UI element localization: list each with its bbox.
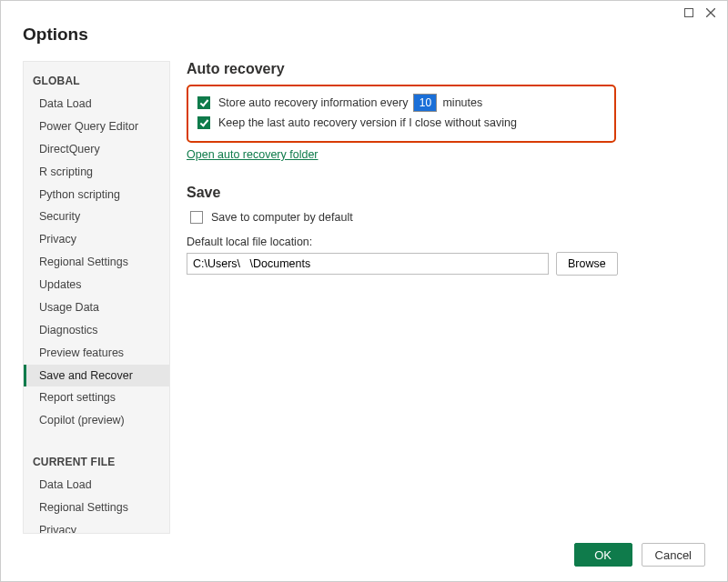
svg-rect-0 bbox=[685, 9, 693, 17]
label-keep-last: Keep the last auto recovery version if I… bbox=[218, 116, 517, 129]
browse-button[interactable]: Browse bbox=[556, 252, 618, 276]
dialog-body: GLOBAL Data LoadPower Query EditorDirect… bbox=[1, 52, 727, 534]
sidebar-item-data-load[interactable]: Data Load bbox=[24, 474, 169, 497]
sidebar-item-security[interactable]: Security bbox=[24, 206, 169, 228]
section-title-auto-recovery: Auto recovery bbox=[187, 61, 705, 77]
titlebar bbox=[1, 1, 727, 25]
sidebar-item-regional-settings[interactable]: Regional Settings bbox=[24, 497, 169, 519]
sidebar-item-save-and-recover[interactable]: Save and Recover bbox=[24, 365, 169, 387]
sidebar-item-report-settings[interactable]: Report settings bbox=[24, 386, 169, 409]
sidebar-group-currentfile: CURRENT FILE bbox=[24, 450, 169, 474]
row-keep-last: Keep the last auto recovery version if I… bbox=[194, 114, 605, 132]
sidebar: GLOBAL Data LoadPower Query EditorDirect… bbox=[23, 61, 170, 534]
auto-recovery-highlight: Store auto recovery information every mi… bbox=[187, 85, 616, 143]
checkbox-store-auto-recovery[interactable] bbox=[197, 96, 210, 109]
link-open-recovery-folder[interactable]: Open auto recovery folder bbox=[187, 148, 318, 161]
sidebar-item-regional-settings[interactable]: Regional Settings bbox=[24, 251, 169, 274]
label-store-prefix: Store auto recovery information every bbox=[218, 96, 408, 109]
checkbox-save-local-default[interactable] bbox=[190, 211, 203, 224]
sidebar-item-r-scripting[interactable]: R scripting bbox=[24, 161, 169, 184]
sidebar-item-copilot-preview-[interactable]: Copilot (preview) bbox=[24, 409, 169, 432]
cancel-button[interactable]: Cancel bbox=[642, 543, 705, 567]
sidebar-item-updates[interactable]: Updates bbox=[24, 274, 169, 296]
sidebar-item-python-scripting[interactable]: Python scripting bbox=[24, 184, 169, 206]
row-store-info: Store auto recovery information every mi… bbox=[194, 94, 605, 112]
label-default-location: Default local file location: bbox=[187, 236, 705, 248]
sidebar-item-privacy[interactable]: Privacy bbox=[24, 228, 169, 251]
close-icon[interactable] bbox=[700, 2, 722, 24]
row-default-location: Browse bbox=[187, 252, 705, 276]
dialog-title: Options bbox=[23, 25, 705, 45]
sidebar-item-usage-data[interactable]: Usage Data bbox=[24, 296, 169, 319]
dialog-header: Options bbox=[1, 25, 727, 52]
section-title-save: Save bbox=[187, 185, 705, 201]
label-save-local: Save to computer by default bbox=[211, 211, 353, 224]
sidebar-item-preview-features[interactable]: Preview features bbox=[24, 342, 169, 365]
sidebar-item-data-load[interactable]: Data Load bbox=[24, 93, 169, 115]
options-dialog: Options GLOBAL Data LoadPower Query Edit… bbox=[0, 0, 728, 582]
checkbox-keep-last-version[interactable] bbox=[197, 116, 210, 129]
dialog-footer: OK Cancel bbox=[1, 534, 727, 581]
save-section: Save Save to computer by default Default… bbox=[187, 185, 705, 276]
sidebar-item-diagnostics[interactable]: Diagnostics bbox=[24, 319, 169, 342]
row-save-local: Save to computer by default bbox=[187, 208, 705, 226]
maximize-icon[interactable] bbox=[678, 2, 700, 24]
sidebar-item-privacy[interactable]: Privacy bbox=[24, 519, 169, 534]
main-panel: Auto recovery Store auto recovery inform… bbox=[183, 61, 705, 534]
label-store-suffix: minutes bbox=[442, 96, 482, 109]
ok-button[interactable]: OK bbox=[574, 543, 632, 567]
sidebar-item-directquery[interactable]: DirectQuery bbox=[24, 138, 169, 161]
sidebar-item-power-query-editor[interactable]: Power Query Editor bbox=[24, 115, 169, 138]
input-auto-recovery-minutes[interactable] bbox=[413, 94, 437, 112]
sidebar-group-global: GLOBAL bbox=[24, 69, 169, 93]
input-default-location[interactable] bbox=[187, 253, 549, 275]
